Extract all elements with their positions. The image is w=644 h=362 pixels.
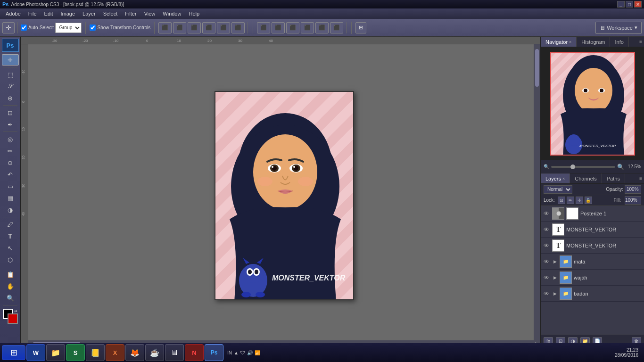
text-tool[interactable]: T [2, 230, 19, 242]
gradient-tool[interactable]: ▦ [2, 192, 19, 204]
zoom-tool[interactable]: 🔍 [2, 292, 19, 304]
layer-row-wajah[interactable]: 👁 ▶ 📁 wajah [541, 270, 644, 286]
dist-center-btn[interactable]: ⬛ [272, 22, 285, 33]
hand-tool[interactable]: ✋ [2, 280, 19, 292]
path-select-tool[interactable]: ↖ [2, 242, 19, 254]
background-color[interactable] [8, 313, 18, 324]
align-middle-btn[interactable]: ⬛ [217, 22, 230, 33]
shape-tool[interactable]: ⬡ [2, 254, 19, 265]
dist-top-btn[interactable]: ⬛ [301, 22, 314, 33]
lasso-tool[interactable]: 𝒮 [2, 81, 19, 92]
tab-layers[interactable]: Layers × [541, 173, 570, 183]
taskbar-word[interactable]: W [26, 344, 45, 361]
tab-info[interactable]: Info [610, 37, 628, 47]
navigator-tab-close-icon[interactable]: × [569, 40, 571, 44]
nav-zoom-slider[interactable] [551, 166, 615, 168]
menu-layer[interactable]: Layer [79, 10, 99, 17]
layer-expand-mata[interactable]: ▶ [552, 259, 558, 264]
align-top-btn[interactable]: ⬛ [202, 22, 215, 33]
layer-eye-posterize[interactable]: 👁 [543, 210, 550, 217]
layer-row-badan[interactable]: 👁 ▶ 📁 badan [541, 286, 644, 302]
marquee-tool[interactable]: ⬚ [2, 69, 19, 80]
fill-input[interactable] [625, 196, 641, 205]
layer-row-text2[interactable]: 👁 T MONSTER_VEKTOR [541, 238, 644, 254]
vertical-scrollbar[interactable] [534, 44, 540, 340]
menu-image[interactable]: Image [58, 10, 79, 17]
autoselect-dropdown[interactable]: Group Layer [55, 23, 82, 33]
taskbar-clock[interactable]: 21:23 28/09/2016 [615, 347, 642, 358]
minimize-btn[interactable]: _ [617, 1, 625, 8]
start-btn[interactable]: ⊞ [2, 345, 25, 360]
lock-position-btn[interactable]: ✛ [576, 197, 583, 204]
taskbar-folder[interactable]: 📁 [46, 344, 65, 361]
opacity-input[interactable] [625, 185, 641, 194]
healing-tool[interactable]: ◎ [2, 133, 19, 145]
taskbar-xampp[interactable]: X [106, 344, 124, 361]
tab-histogram[interactable]: Histogram [577, 37, 610, 47]
taskbar-photoshop[interactable]: Ps [205, 344, 223, 361]
menu-filter[interactable]: Filter [122, 10, 140, 17]
taskbar-desktop[interactable]: 🖥 [165, 344, 184, 361]
history-tool[interactable]: ↶ [2, 169, 19, 180]
eraser-tool[interactable]: ▭ [2, 181, 19, 192]
move-tool[interactable]: ✛ [2, 54, 19, 66]
autoselect-checkbox[interactable] [21, 25, 27, 31]
lock-all-btn[interactable]: 🔒 [585, 197, 592, 204]
maximize-btn[interactable]: □ [626, 1, 633, 8]
layer-row-mata[interactable]: 👁 ▶ 📁 mata [541, 254, 644, 270]
menu-select[interactable]: Select [100, 10, 121, 17]
tab-channels[interactable]: Channels [570, 173, 602, 183]
pen-tool[interactable]: 🖊 [2, 219, 19, 230]
layer-eye-mata[interactable]: 👁 [543, 258, 550, 265]
blend-mode-dropdown[interactable]: Normal [544, 185, 572, 194]
swap-colors-btn[interactable]: ⇄ [14, 309, 17, 313]
tab-paths[interactable]: Paths [602, 173, 625, 183]
menu-edit[interactable]: Edit [41, 10, 57, 17]
layers-panel-options[interactable]: ≡ [639, 176, 642, 181]
menu-file[interactable]: File [25, 10, 40, 17]
menu-window[interactable]: Window [159, 10, 184, 17]
auto-align-btn[interactable]: ⊞ [355, 22, 366, 33]
workspace-dropdown[interactable]: 🖥 Workspace ▾ [595, 22, 642, 34]
layer-eye-badan[interactable]: 👁 [543, 290, 550, 297]
menu-view[interactable]: View [141, 10, 159, 17]
layer-row-posterize[interactable]: 👁 Posterize 1 [541, 206, 644, 222]
vscroll-thumb[interactable] [535, 49, 539, 87]
brush-tool[interactable]: ✏ [2, 145, 19, 156]
notes-tool[interactable]: 📋 [2, 269, 19, 280]
tab-navigator[interactable]: Navigator × [541, 37, 577, 47]
align-right-btn[interactable]: ⬛ [188, 22, 201, 33]
dist-right-btn[interactable]: ⬛ [286, 22, 299, 33]
align-center-btn[interactable]: ⬛ [173, 22, 186, 33]
taskbar-spreadsheet[interactable]: S [66, 344, 85, 361]
dist-middle-btn[interactable]: ⬛ [315, 22, 329, 33]
menu-help[interactable]: Help [185, 10, 203, 17]
layer-eye-text2[interactable]: 👁 [543, 242, 550, 249]
nav-zoom-thumb[interactable] [570, 165, 575, 169]
layer-eye-text1[interactable]: 👁 [543, 226, 550, 233]
layers-tab-close-icon[interactable]: × [562, 176, 565, 181]
dodge-tool[interactable]: ◑ [2, 204, 19, 215]
quick-select-tool[interactable]: ⊕ [2, 92, 19, 104]
align-left-btn[interactable]: ⬛ [158, 22, 172, 33]
layer-expand-badan[interactable]: ▶ [552, 291, 558, 296]
taskbar-notepad[interactable]: 📒 [86, 344, 105, 361]
clone-tool[interactable]: ⊙ [2, 157, 19, 168]
lock-image-btn[interactable]: ✏ [567, 197, 574, 204]
menu-adobe[interactable]: Adobe [2, 10, 24, 17]
lock-transparent-btn[interactable]: ⊡ [558, 197, 565, 204]
nav-zoom-out-icon[interactable]: 🔍 [544, 164, 549, 169]
align-bottom-btn[interactable]: ⬛ [231, 22, 245, 33]
dist-bottom-btn[interactable]: ⬛ [330, 22, 343, 33]
layer-eye-wajah[interactable]: 👁 [543, 274, 550, 281]
nav-zoom-in-icon[interactable]: 🔍 [617, 164, 624, 170]
taskbar-app-red[interactable]: N [185, 344, 204, 361]
crop-tool[interactable]: ⊡ [2, 107, 19, 118]
show-transform-checkbox[interactable] [90, 25, 96, 31]
close-btn[interactable]: ✕ [634, 1, 642, 8]
taskbar-java[interactable]: ☕ [145, 344, 164, 361]
taskbar-firefox[interactable]: 🦊 [125, 344, 144, 361]
dist-left-btn[interactable]: ⬛ [257, 22, 270, 33]
eyedropper-tool[interactable]: ✒ [2, 119, 19, 130]
move-tool-btn[interactable]: ✛ [2, 22, 15, 33]
